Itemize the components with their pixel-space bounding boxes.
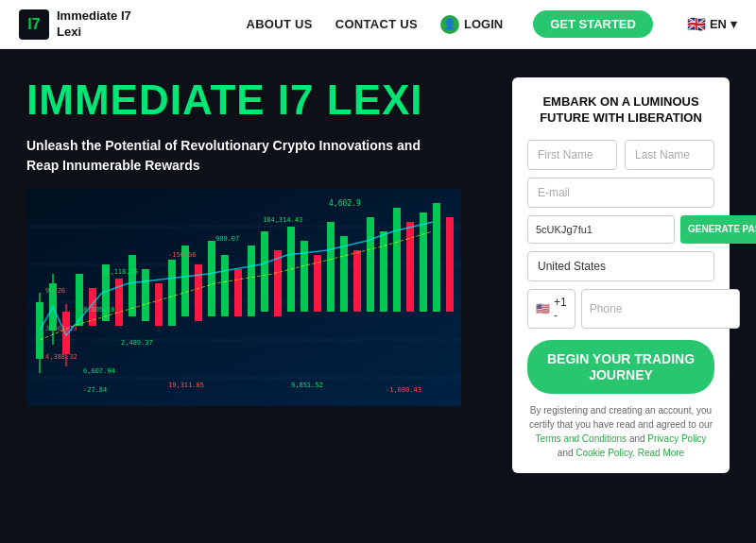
svg-rect-36 <box>353 250 361 312</box>
svg-text:-1,690.43: -1,690.43 <box>386 386 421 394</box>
svg-rect-30 <box>274 250 282 316</box>
hero-chart-image: 4,602.9 184,314.43 900.07 -150.66 25,118… <box>26 189 461 406</box>
country-input[interactable] <box>527 251 714 281</box>
svg-text:9,851.52: 9,851.52 <box>291 382 323 389</box>
nav-contact-us[interactable]: CONTACT US <box>335 17 418 31</box>
svg-text:25,118.15: 25,118.15 <box>102 268 138 276</box>
email-input[interactable] <box>527 178 714 208</box>
form-title: EMBARK ON A LUMINOUS FUTURE WITH LIBERAT… <box>527 94 714 127</box>
svg-text:184,314.43: 184,314.43 <box>263 216 302 224</box>
navbar: I7 Immediate I7 Lexi ABOUT US CONTACT US… <box>0 0 756 49</box>
svg-rect-43 <box>446 217 454 312</box>
privacy-policy-link[interactable]: Privacy Policy <box>647 433 706 444</box>
svg-text:4,388.32: 4,388.32 <box>45 353 77 361</box>
svg-rect-15 <box>76 274 83 326</box>
hero-subtitle: Unleash the Potential of Revolutionary C… <box>26 136 423 176</box>
svg-text:93.26: 93.26 <box>45 287 65 295</box>
cookie-policy-link[interactable]: Cookie Policy <box>576 448 632 458</box>
svg-rect-24 <box>195 264 202 321</box>
svg-rect-27 <box>234 269 242 316</box>
first-name-input[interactable] <box>527 140 617 170</box>
svg-rect-41 <box>420 212 427 312</box>
svg-text:8,805.16: 8,805.16 <box>83 306 115 314</box>
svg-text:-27.84: -27.84 <box>83 386 107 394</box>
read-more-link[interactable]: . Read More <box>632 448 684 458</box>
hero-title: IMMEDIATE I7 LEXI <box>26 77 484 123</box>
left-panel: IMMEDIATE I7 LEXI Unleash the Potential … <box>26 77 484 524</box>
nav-logo: I7 Immediate I7 Lexi <box>19 8 131 41</box>
phone-input[interactable] <box>581 289 740 329</box>
svg-rect-32 <box>301 241 308 312</box>
login-icon: 👤 <box>440 15 459 34</box>
svg-text:3,063.13: 3,063.13 <box>45 325 77 332</box>
svg-rect-20 <box>142 269 149 321</box>
nav-login[interactable]: 👤 LOGIN <box>440 15 503 34</box>
phone-code-selector[interactable]: 🇺🇸 +1 - <box>527 289 576 329</box>
begin-trading-button[interactable]: BEGIN YOUR TRADING JOURNEY <box>527 340 714 395</box>
last-name-input[interactable] <box>625 140 714 170</box>
svg-text:6,607.94: 6,607.94 <box>83 367 115 375</box>
chevron-down-icon: ▾ <box>730 17 737 31</box>
nav-about-us[interactable]: ABOUT US <box>246 17 312 31</box>
svg-text:-150.66: -150.66 <box>168 251 197 259</box>
registration-form: EMBARK ON A LUMINOUS FUTURE WITH LIBERAT… <box>512 77 730 473</box>
flag-icon: 🇬🇧 <box>687 15 706 33</box>
phone-code-text: +1 - <box>554 296 567 322</box>
svg-text:19,311.65: 19,311.65 <box>168 382 204 389</box>
svg-text:4,602.9: 4,602.9 <box>329 199 361 208</box>
svg-rect-21 <box>155 283 163 326</box>
svg-rect-42 <box>433 203 440 312</box>
svg-rect-19 <box>129 255 136 316</box>
country-flag-icon: 🇺🇸 <box>536 302 550 315</box>
nav-links: ABOUT US CONTACT US 👤 LOGIN GET STARTED … <box>246 10 737 38</box>
password-input[interactable] <box>527 215 675 244</box>
terms-text: By registering and creating an account, … <box>527 403 714 460</box>
logo-text: Immediate I7 Lexi <box>57 8 131 41</box>
generate-password-button[interactable]: GENERATE PASSWORDS <box>680 215 756 244</box>
svg-rect-40 <box>406 222 414 312</box>
svg-rect-37 <box>367 217 374 312</box>
terms-conditions-link[interactable]: Terms and Conditions <box>535 433 627 444</box>
svg-text:900.07: 900.07 <box>215 235 239 243</box>
svg-rect-38 <box>380 231 387 312</box>
svg-rect-26 <box>221 255 229 316</box>
login-label: LOGIN <box>464 17 503 31</box>
lang-code: EN <box>710 17 727 31</box>
phone-row: 🇺🇸 +1 - <box>527 289 714 329</box>
svg-rect-29 <box>261 231 268 312</box>
svg-rect-28 <box>248 246 255 316</box>
main-content: IMMEDIATE I7 LEXI Unleash the Potential … <box>0 49 756 543</box>
svg-text:2,489.37: 2,489.37 <box>121 339 153 347</box>
get-started-button[interactable]: GET STARTED <box>533 10 653 38</box>
svg-rect-34 <box>327 222 335 312</box>
svg-rect-25 <box>208 241 215 316</box>
name-row <box>527 140 714 170</box>
logo-icon: I7 <box>19 9 49 40</box>
svg-rect-39 <box>393 208 401 312</box>
password-row: GENERATE PASSWORDS <box>527 215 714 244</box>
right-panel: EMBARK ON A LUMINOUS FUTURE WITH LIBERAT… <box>512 77 730 524</box>
svg-rect-22 <box>168 260 176 326</box>
language-selector[interactable]: 🇬🇧 EN ▾ <box>687 15 737 33</box>
